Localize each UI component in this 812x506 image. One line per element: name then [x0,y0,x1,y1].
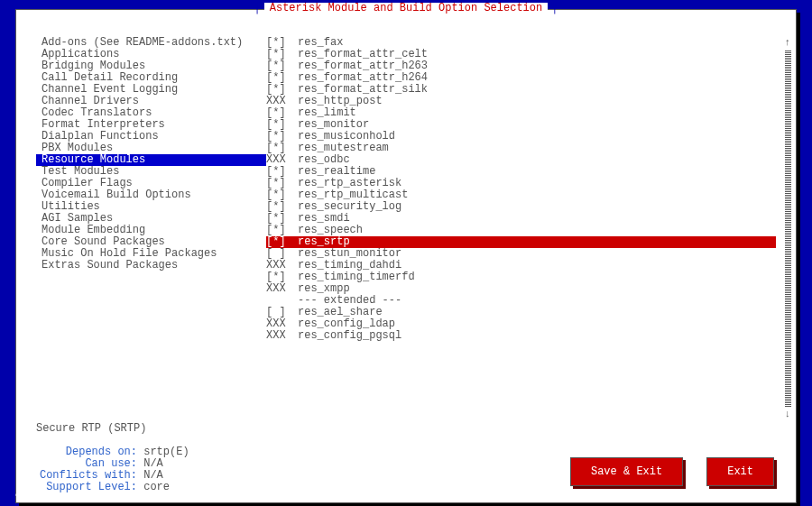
module-name: res_config_pgsql [298,330,776,342]
category-list[interactable]: Add-ons (See README-addons.txt)Applicati… [36,37,266,342]
panel-title: Asterisk Module and Build Option Selecti… [264,3,548,14]
depends-value: srtp(E) [143,446,189,458]
exit-button[interactable]: Exit [706,457,774,486]
panel-title-wrap: ┤Asterisk Module and Build Option Select… [16,3,796,14]
module-name: res_smdi [298,213,776,225]
info-heading: Secure RTP (SRTP) [36,423,189,435]
conflicts-value: N/A [143,469,163,482]
category-item[interactable]: Extras Sound Packages [36,260,266,271]
module-list[interactable]: [*]res_fax[*]res_format_attr_celt[*]res_… [266,37,776,342]
f12-key-hint: <F12> [198,490,230,502]
module-name: res_http_post [298,96,776,107]
module-info: Secure RTP (SRTP) Depends on: srtp(E) Ca… [36,423,189,493]
save-exit-button[interactable]: Save & Exit [570,457,683,486]
title-deco-left: ┤ [251,3,264,14]
module-item[interactable]: XXXres_config_pgsql [266,330,776,342]
title-deco-right: ├ [548,3,561,14]
enter-key-hint: <ENTER> [15,490,60,502]
main-panel: ┤Asterisk Module and Build Option Select… [15,9,797,503]
canuse-value: N/A [143,457,163,470]
button-bar: Save & Exit Exit [570,457,774,486]
module-name: res_speech [298,225,776,236]
module-mark: XXX [266,330,298,342]
module-name: res_timing_timerfd [298,271,776,283]
scroll-down-icon[interactable]: ↓ [784,409,790,420]
scrollbar[interactable] [785,50,791,407]
module-name: res_security_log [298,201,776,213]
esc-key-hint: <ESC> [340,490,373,502]
module-name: res_limit [298,107,776,119]
footer-help: <ENTER> toggles selection | <F12> saves … [15,491,496,502]
module-name: res_mutestream [298,143,776,154]
scroll-up-icon[interactable]: ↑ [784,37,790,49]
content-area: Add-ons (See README-addons.txt)Applicati… [36,37,776,342]
